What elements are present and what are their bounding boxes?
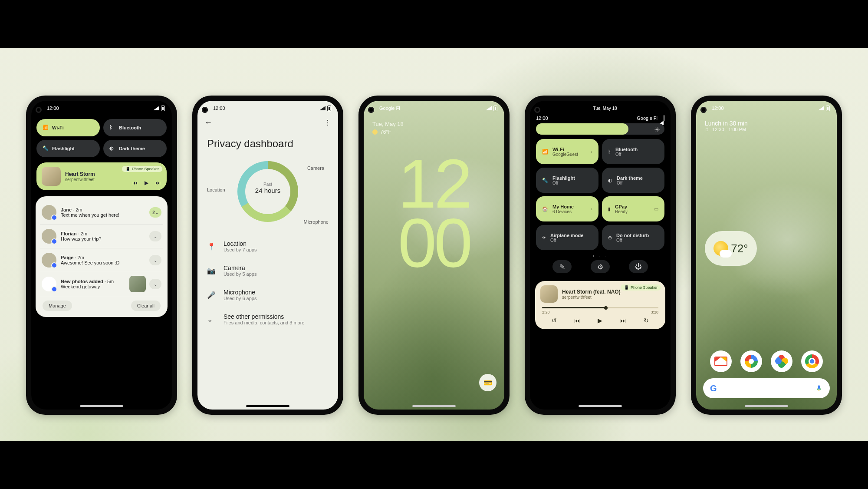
app-gmail[interactable] — [710, 350, 732, 372]
play-icon[interactable]: ▶ — [598, 317, 602, 324]
usage-donut: Past24 hours Camera Microphone Location — [224, 157, 311, 226]
tile-airplane[interactable]: ✈Airplane modeOff — [536, 225, 598, 250]
media-artist: serpentwithfeet — [65, 177, 95, 182]
gesture-bar[interactable] — [412, 405, 456, 407]
battery-icon — [161, 106, 165, 111]
google-logo-icon: G — [710, 383, 717, 393]
search-bar[interactable]: G — [703, 378, 830, 398]
agenda-time: 12:30 - 1:00 PM — [712, 127, 746, 132]
wallet-button[interactable]: 💳 — [479, 374, 496, 391]
status-bar: Tue, May 18 — [530, 101, 671, 116]
dark-icon: ◐ — [109, 145, 115, 152]
prev-icon[interactable]: ⏮ — [132, 180, 138, 186]
edit-button[interactable]: ✎ — [552, 260, 572, 273]
phone-5: 12:00 Lunch in 30 min 🗓12:30 - 1:00 PM 7… — [691, 96, 842, 415]
tile-wifi[interactable]: 📶Wi-FiGoogleGuest› — [536, 139, 598, 164]
wallet-icon: 💳 — [483, 379, 492, 387]
notif-header: New photos added · 5m — [61, 279, 114, 284]
qs-flashlight[interactable]: 🔦Flashlight — [36, 140, 100, 157]
media-card[interactable]: 📱Phone Speaker Heart Storm (feat. NAO) s… — [535, 281, 665, 329]
permission-list: 📍LocationUsed by 7 apps 📷CameraUsed by 5… — [197, 231, 338, 335]
dnd-icon: ⊖ — [608, 235, 612, 241]
next-icon[interactable]: ⏭ — [620, 317, 626, 324]
seek-bar[interactable] — [542, 307, 658, 308]
output-badge[interactable]: 📱Phone Speaker — [122, 166, 162, 172]
perm-camera[interactable]: 📷CameraUsed by 5 apps — [207, 258, 329, 283]
wifi-icon: 📶 — [542, 149, 548, 155]
sun-cloud-icon — [713, 241, 728, 256]
notification-photos[interactable]: New photos added · 5m Weekend getaway ⌄ — [40, 272, 163, 296]
page-indicator: • · · — [530, 250, 671, 260]
notification[interactable]: Paige · 2m Awesome! See you soon :D ⌄ — [40, 248, 163, 272]
lock-date: Tue, May 18 — [364, 116, 504, 127]
rewind-icon[interactable]: ↺ — [552, 317, 557, 324]
perm-microphone[interactable]: 🎤MicrophoneUsed by 6 apps — [207, 283, 329, 307]
avatar — [42, 229, 56, 244]
notif-header: Florian · 2m — [61, 231, 102, 236]
expand-count[interactable]: 2 ⌄ — [149, 207, 161, 218]
prev-icon[interactable]: ⏮ — [574, 317, 580, 324]
next-icon[interactable]: ⏭ — [155, 180, 161, 186]
clear-all-button[interactable]: Clear all — [131, 301, 161, 311]
page-title: Privacy dashboard — [197, 130, 338, 154]
agenda-widget[interactable]: Lunch in 30 min 🗓12:30 - 1:00 PM — [696, 116, 837, 132]
expand-button[interactable]: ⌄ — [149, 255, 161, 265]
expand-button[interactable]: ⌄ — [149, 279, 161, 289]
power-button[interactable]: ⏻ — [629, 260, 648, 273]
bluetooth-icon: ᛒ — [109, 125, 115, 131]
brightness-slider[interactable]: ☀ — [536, 123, 664, 135]
app-photos[interactable] — [771, 350, 792, 372]
gesture-bar[interactable] — [246, 405, 289, 407]
notification[interactable]: Jane · 2m Text me when you get here! 2 ⌄ — [40, 201, 163, 225]
perm-other[interactable]: ⌄See other permissionsFiles and media, c… — [207, 307, 329, 331]
back-icon[interactable]: ← — [204, 118, 212, 127]
app-dock — [696, 350, 837, 372]
play-icon[interactable]: ▶ — [145, 180, 148, 186]
tile-dnd[interactable]: ⊖Do not disturbOff — [602, 225, 664, 250]
expand-button[interactable]: ⌄ — [149, 231, 161, 241]
mic-icon[interactable] — [815, 384, 823, 392]
phone-2: 12:00 ← ⋮ Privacy dashboard Past24 hours… — [192, 96, 343, 415]
svg-rect-0 — [818, 385, 820, 389]
donut-label-microphone: Microphone — [304, 219, 329, 225]
phone-5-screen: 12:00 Lunch in 30 min 🗓12:30 - 1:00 PM 7… — [696, 101, 837, 410]
location-icon: 📍 — [207, 242, 217, 251]
perm-location[interactable]: 📍LocationUsed by 7 apps — [207, 234, 329, 258]
manage-button[interactable]: Manage — [43, 301, 72, 311]
qs-wifi[interactable]: 📶Wi-Fi — [36, 119, 100, 136]
home-icon: 🏠 — [542, 206, 548, 212]
overflow-icon[interactable]: ⋮ — [324, 119, 331, 127]
gear-icon: ⚙ — [597, 263, 603, 271]
phone-2-screen: 12:00 ← ⋮ Privacy dashboard Past24 hours… — [197, 101, 338, 410]
gesture-bar[interactable] — [745, 405, 788, 407]
carrier: Google Fi — [379, 106, 400, 111]
donut-label-location: Location — [207, 187, 225, 192]
app-maps[interactable] — [740, 350, 762, 372]
tile-darktheme[interactable]: ◐Dark themeOff — [602, 168, 664, 193]
weather-widget[interactable]: 72° — [705, 231, 757, 266]
output-badge[interactable]: 📱Phone Speaker — [621, 284, 661, 291]
gesture-bar[interactable] — [80, 405, 123, 407]
qs-bluetooth[interactable]: ᛒBluetooth — [103, 119, 167, 136]
tile-flashlight[interactable]: 🔦FlashlightOff — [536, 168, 598, 193]
app-badge-icon — [51, 238, 57, 244]
forward-icon[interactable]: ↻ — [644, 317, 649, 324]
gmail-icon — [714, 357, 727, 366]
notif-body: Text me when you get here! — [61, 212, 119, 218]
media-chip[interactable]: Heart Storm serpentwithfeet 📱Phone Speak… — [36, 162, 167, 190]
settings-button[interactable]: ⚙ — [591, 260, 610, 273]
tile-gpay[interactable]: ▮GPayReady▭ — [602, 196, 664, 221]
gesture-bar[interactable] — [579, 405, 622, 407]
phone-4: Tue, May 18 12:00 Google Fi ☀ 📶Wi-FiGoog… — [525, 96, 676, 415]
app-chrome[interactable] — [801, 350, 823, 372]
card-icon: ▭ — [654, 206, 658, 212]
album-art — [540, 285, 558, 303]
qs-darktheme[interactable]: ◐Dark theme — [103, 140, 167, 157]
tile-home[interactable]: 🏠My Home6 Devices› — [536, 196, 598, 221]
donut-label-camera: Camera — [307, 165, 324, 171]
tile-bluetooth[interactable]: ᛒBluetoothOff — [602, 139, 664, 164]
notification[interactable]: Florian · 2m How was your trip? ⌄ — [40, 225, 163, 248]
chrome-icon — [805, 354, 819, 368]
agenda-title: Lunch in 30 min — [705, 120, 828, 127]
chevron-right-icon: › — [591, 206, 592, 211]
